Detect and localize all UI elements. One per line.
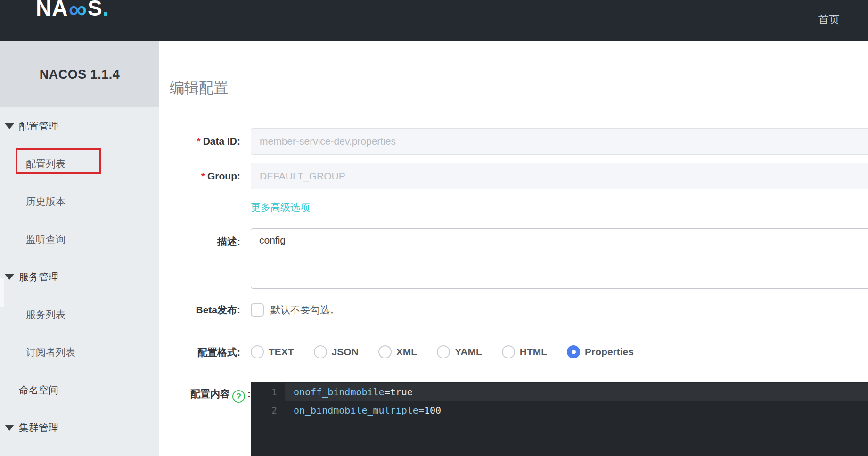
sidebar-item-label: 配置管理 — [19, 120, 58, 133]
radio-label: Properties — [585, 346, 634, 358]
nacos-console: NA∞S. 首页 NACOS 1.1.4 配置管理 配置列表 历史版本 监听查询 — [0, 0, 868, 456]
sidebar: NACOS 1.1.4 配置管理 配置列表 历史版本 监听查询 服务管理 — [0, 41, 159, 456]
radio-html[interactable]: HTML — [502, 345, 547, 358]
more-advanced-options-link[interactable]: 更多高级选项 — [251, 202, 310, 212]
sidebar-item-history-versions[interactable]: 历史版本 — [0, 183, 159, 220]
sidebar-item-subscriber-list[interactable]: 订阅者列表 — [0, 334, 159, 371]
chevron-down-icon — [5, 274, 14, 280]
form-row-group: *Group: DEFAULT_GROUP — [159, 163, 868, 189]
radio-circle-icon — [437, 345, 450, 358]
group-input[interactable]: DEFAULT_GROUP — [251, 163, 868, 189]
nacos-logo: NA∞S. — [36, 0, 109, 24]
radio-circle-icon — [378, 345, 392, 358]
sidebar-item-label: 历史版本 — [26, 195, 66, 208]
radio-label: JSON — [332, 346, 359, 358]
radio-properties[interactable]: Properties — [567, 345, 634, 358]
content-label: 配置内容?: — [159, 387, 251, 403]
radio-xml[interactable]: XML — [378, 345, 417, 358]
radio-circle-selected-icon — [567, 345, 580, 358]
sidebar-version-label: NACOS 1.1.4 — [0, 41, 159, 107]
sidebar-item-cluster-management[interactable]: 集群管理 — [0, 409, 159, 447]
line-number: 1 — [251, 383, 285, 401]
sidebar-item-label: 订阅者列表 — [26, 346, 75, 359]
group-label: *Group: — [159, 163, 240, 189]
format-label: 配置格式: — [159, 345, 240, 359]
infinity-icon: ∞ — [68, 0, 88, 23]
sidebar-item-label: 监听查询 — [26, 233, 66, 246]
config-content-editor[interactable]: 1 onoff_bindmobile=true 2 on_bindmobile_… — [251, 382, 868, 456]
form-row-beta: Beta发布: 默认不要勾选。 — [159, 302, 868, 318]
sidebar-item-label: 服务管理 — [19, 270, 58, 284]
logo-text-suffix: S — [88, 0, 103, 20]
beta-checkbox-hint: 默认不要勾选。 — [270, 303, 340, 317]
form-row-advanced: 更多高级选项 — [159, 201, 868, 214]
chevron-down-icon — [5, 123, 14, 129]
code-text: onoff_bindmobile=true — [285, 383, 868, 401]
chevron-down-icon — [5, 425, 14, 431]
data-id-input[interactable]: member-service-dev.properties — [251, 128, 868, 155]
top-header: NA∞S. 首页 — [0, 0, 868, 41]
logo-text-prefix: NA — [36, 0, 68, 20]
code-line: 2 on_bindmobile_mulriple=100 — [251, 401, 868, 420]
sidebar-item-label: 配置列表 — [26, 157, 66, 171]
description-textarea[interactable]: config — [251, 228, 868, 289]
sidebar-item-listening-query[interactable]: 监听查询 — [0, 220, 159, 258]
main-content: 编辑配置 *Data ID: member-service-dev.proper… — [159, 41, 868, 456]
sidebar-item-config-list[interactable]: 配置列表 — [0, 145, 159, 183]
radio-circle-icon — [502, 345, 515, 358]
sidebar-item-config-management[interactable]: 配置管理 — [0, 107, 159, 145]
form-row-data-id: *Data ID: member-service-dev.properties — [159, 128, 868, 155]
radio-text[interactable]: TEXT — [251, 345, 294, 358]
sidebar-item-label: 命名空间 — [19, 383, 58, 397]
sidebar-item-label: 集群管理 — [19, 421, 58, 434]
sidebar-item-label: 服务列表 — [26, 308, 66, 321]
radio-yaml[interactable]: YAML — [437, 345, 482, 358]
sidebar-item-service-management[interactable]: 服务管理 — [0, 258, 159, 296]
help-question-icon[interactable]: ? — [232, 390, 245, 403]
format-radio-group: TEXT JSON XML YAML — [251, 345, 654, 358]
form-row-description: 描述: config — [159, 228, 868, 289]
beta-label: Beta发布: — [159, 302, 240, 318]
radio-label: XML — [396, 346, 417, 358]
data-id-label: *Data ID: — [159, 128, 240, 155]
page-title: 编辑配置 — [170, 78, 228, 98]
nav-home-link[interactable]: 首页 — [818, 12, 840, 27]
sidebar-menu: 配置管理 配置列表 历史版本 监听查询 服务管理 服务列表 — [0, 107, 159, 447]
radio-label: HTML — [520, 346, 547, 358]
code-text: on_bindmobile_mulriple=100 — [285, 401, 868, 420]
radio-label: TEXT — [269, 346, 294, 358]
form-row-format: 配置格式: TEXT JSON XML — [159, 345, 868, 359]
sidebar-item-namespace[interactable]: 命名空间 — [0, 371, 159, 409]
sidebar-item-service-list[interactable]: 服务列表 — [0, 296, 159, 334]
beta-checkbox[interactable] — [251, 303, 264, 317]
required-asterisk: * — [197, 136, 200, 147]
radio-json[interactable]: JSON — [314, 345, 359, 358]
radio-label: YAML — [455, 346, 482, 358]
logo-dot: . — [103, 0, 109, 20]
radio-circle-icon — [314, 345, 327, 358]
line-number: 2 — [251, 401, 285, 420]
radio-circle-icon — [251, 345, 264, 358]
sidebar-scrollbar-thumb[interactable] — [0, 278, 4, 307]
description-label: 描述: — [159, 228, 240, 255]
code-line: 1 onoff_bindmobile=true — [251, 383, 868, 401]
required-asterisk: * — [201, 171, 205, 181]
